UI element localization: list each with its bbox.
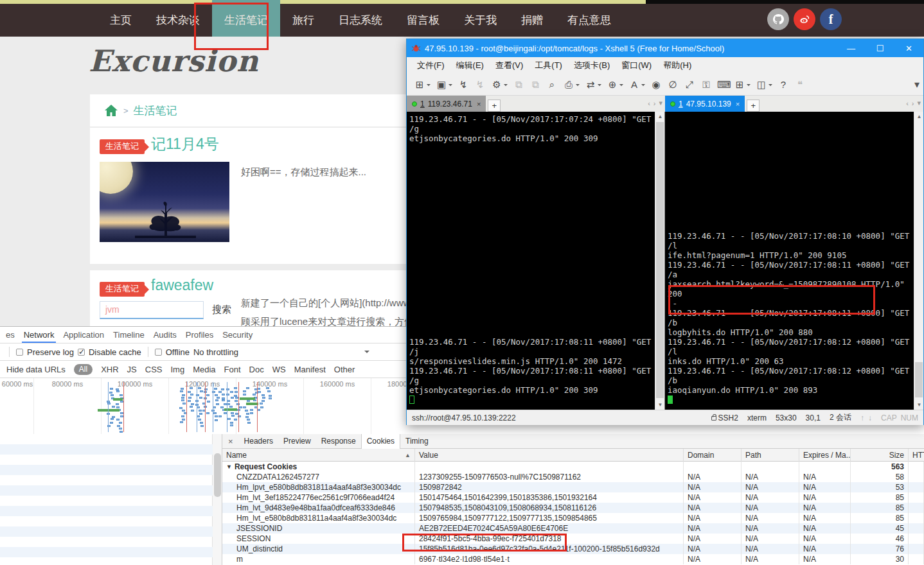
nav-item[interactable]: 日志系统	[326, 4, 395, 37]
terminal-119[interactable]: 119.23.46.71 - - [05/Nov/2017:17:07:24 +…	[407, 112, 665, 410]
tab-scroll-left-icon[interactable]: ‹	[648, 100, 650, 107]
devtools-tab[interactable]: Application	[58, 327, 109, 343]
cookie-row[interactable]: Hm_lvt_e580b8db831811a4aaf4a8f3e30034dc …	[222, 513, 924, 523]
nav-item[interactable]: 留言板	[395, 4, 452, 37]
filter-type[interactable]: CSS	[145, 365, 163, 374]
toolbar-icon[interactable]: ⇄	[583, 78, 603, 92]
menu-item[interactable]: 文件(F)	[412, 58, 450, 73]
new-tab-button[interactable]: +	[747, 100, 760, 112]
filter-type[interactable]: XHR	[101, 365, 118, 374]
post-tag[interactable]: 生活笔记	[100, 282, 145, 297]
scroll-down-icon[interactable]: ▼	[914, 400, 924, 410]
devtools-tab[interactable]: Network	[19, 327, 59, 343]
throttling-select[interactable]: No throttling	[193, 347, 238, 357]
preserve-log-checkbox[interactable]	[16, 349, 23, 356]
toolbar-icon[interactable]: ❝	[792, 78, 808, 92]
toolbar-icon[interactable]: ⊕	[605, 78, 625, 92]
toolbar-icon[interactable]: ∅	[665, 78, 680, 92]
cookie-row[interactable]: Hm_lpvt_e580b8db831811a4aaf4a8f3e30034dc…	[222, 482, 924, 492]
post-tag[interactable]: 生活笔记	[100, 139, 145, 154]
minimize-button[interactable]: —	[837, 39, 866, 57]
xshell-titlebar[interactable]: 47.95.10.139 - root@beijingali:/opt/tomc…	[407, 39, 923, 57]
toolbar-icon[interactable]: ⊞	[412, 78, 432, 92]
close-detail-icon[interactable]: ×	[222, 437, 239, 446]
nav-item[interactable]: 有点意思	[555, 4, 623, 37]
github-icon[interactable]	[767, 8, 789, 30]
cookie-row[interactable]: JSESSIONID AE2B72EED4E7024C45A59A80E6E47…	[222, 523, 924, 534]
close-button[interactable]: ✕	[894, 39, 923, 57]
detail-tab[interactable]: Cookies	[361, 434, 400, 449]
detail-tab[interactable]: Preview	[278, 434, 316, 449]
new-tab-button[interactable]: +	[488, 100, 501, 112]
cookie-row[interactable]: CNZZDATA1262457277 1237309255-1509776503…	[222, 472, 924, 482]
toolbar-icon[interactable]: ⎙	[561, 78, 582, 92]
tab-menu-caret-icon[interactable]: ▾	[659, 99, 662, 107]
tab-menu-caret-icon[interactable]: ▾	[917, 99, 921, 107]
filter-type[interactable]: Manifest	[294, 365, 326, 374]
terminal-47[interactable]: 119.23.46.71 - - [05/Nov/2017:17:08:10 +…	[665, 112, 923, 410]
offline-checkbox[interactable]	[155, 349, 162, 356]
filter-type[interactable]: JS	[127, 365, 137, 374]
toolbar-overflow-caret-icon[interactable]: ▾	[914, 78, 920, 91]
toolbar-icon[interactable]: ?	[776, 78, 791, 91]
scroll-up-icon[interactable]: ▲	[655, 112, 665, 121]
scroll-down-icon[interactable]: ▼	[655, 400, 665, 410]
disable-cache-checkbox[interactable]	[78, 349, 85, 356]
hide-data-urls-label[interactable]: Hide data URLs	[6, 365, 66, 374]
menu-item[interactable]: 工具(T)	[529, 58, 567, 73]
menu-item[interactable]: 选项卡(B)	[569, 58, 615, 73]
devtools-tab[interactable]: Audits	[149, 327, 181, 343]
filter-type[interactable]: Doc	[249, 365, 264, 374]
scroll-down-arrow-icon[interactable]: ↓	[868, 413, 872, 422]
detail-tab[interactable]: Response	[316, 434, 361, 449]
tab-scroll-right-icon[interactable]: ›	[912, 100, 914, 107]
toolbar-icon[interactable]: ⧉	[511, 78, 526, 92]
filter-all-pill[interactable]: All	[74, 364, 93, 375]
search-input[interactable]: jvm	[100, 301, 204, 319]
cookie-row[interactable]: Hm_lvt_9d483e9e48ba1faa0dfceaf6333de846 …	[222, 503, 924, 513]
post-title[interactable]: faweafew	[151, 277, 213, 294]
terminal-scrollbar[interactable]: ▲ ▼	[655, 112, 664, 410]
detail-tab[interactable]: Timing	[400, 434, 434, 449]
search-button[interactable]: 搜索	[212, 304, 231, 316]
scroll-up-arrow-icon[interactable]: ↑	[860, 413, 864, 422]
toolbar-icon[interactable]: ⚿	[698, 78, 714, 92]
toolbar-icon[interactable]: ⌨	[715, 78, 731, 92]
close-tab-icon[interactable]: ×	[736, 100, 740, 108]
toolbar-icon[interactable]: ⊞	[732, 78, 752, 92]
filter-type[interactable]: WS	[272, 365, 286, 374]
cookie-row[interactable]: m 6967·tl34e2·l1d98·tl54e1·t N/A N/A N/A…	[222, 554, 924, 564]
toolbar-icon[interactable]: ⧉	[528, 78, 543, 92]
request-list-pane[interactable]	[0, 434, 222, 565]
close-tab-icon[interactable]: ×	[477, 100, 481, 108]
filter-type[interactable]: Other	[334, 365, 355, 374]
filter-type[interactable]: Img	[170, 365, 184, 374]
filter-type[interactable]: Font	[224, 365, 241, 374]
toolbar-icon[interactable]: ↯	[456, 78, 471, 92]
devtools-tab[interactable]: Timeline	[109, 327, 149, 343]
cookie-row[interactable]: Hm_lvt_3ef185224776ec2561c9f7066ead4f24 …	[222, 492, 924, 503]
nav-item[interactable]: 捐赠	[509, 4, 555, 37]
detail-tab[interactable]: Headers	[239, 434, 278, 449]
post-thumbnail[interactable]	[100, 162, 229, 242]
request-cookies-group-row[interactable]: ▼Request Cookies 563	[222, 462, 924, 472]
devtools-tab[interactable]: Profiles	[181, 327, 218, 343]
home-icon[interactable]	[104, 104, 118, 117]
facebook-icon[interactable]: f	[820, 8, 842, 30]
request-list-scrollbar[interactable]	[212, 434, 222, 565]
terminal-scrollbar[interactable]: ▲ ▼	[914, 112, 923, 410]
cookie-row[interactable]: UM_distinctid 15f85b516d81ba-0ee6d97c32f…	[222, 544, 924, 554]
toolbar-icon[interactable]: ⤢	[682, 78, 697, 92]
throttling-caret-icon[interactable]	[364, 351, 369, 356]
menu-item[interactable]: 查看(V)	[490, 58, 528, 73]
post-title[interactable]: 记11月4号	[151, 134, 219, 154]
menu-item[interactable]: 编辑(E)	[451, 58, 489, 73]
weibo-icon[interactable]	[794, 8, 815, 30]
menu-item[interactable]: 窗口(W)	[616, 58, 657, 73]
collapse-arrow-icon[interactable]: ▼	[226, 464, 232, 470]
toolbar-icon[interactable]: ◫	[754, 78, 774, 92]
devtools-tab[interactable]: es	[1, 327, 19, 343]
cookie-row[interactable]: SESSION 28424f91-5bc5-4bba-99ec-f725401d…	[222, 534, 924, 544]
toolbar-icon[interactable]: ↯	[472, 78, 488, 92]
toolbar-icon[interactable]: ⚙	[489, 78, 510, 92]
